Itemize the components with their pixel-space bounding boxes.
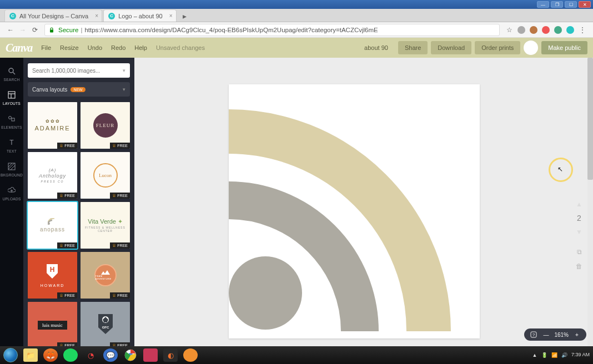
help-icon[interactable]: ? <box>530 331 537 338</box>
taskbar-firefox-icon[interactable]: 🦊 <box>43 348 58 362</box>
extension-icon[interactable] <box>517 26 525 34</box>
rail-elements[interactable]: ELEMENTS <box>0 110 23 134</box>
svg-text:GFC: GFC <box>102 326 109 329</box>
window-close-button[interactable]: ✕ <box>579 1 591 8</box>
close-icon[interactable]: × <box>95 13 98 19</box>
template-thumb[interactable]: {A} Anthology PRESS CO FREE <box>28 152 77 199</box>
undo-button[interactable]: Undo <box>88 44 102 51</box>
rail-search[interactable]: SEARCH <box>0 62 23 86</box>
uploads-icon <box>7 186 16 195</box>
search-input[interactable] <box>28 63 130 78</box>
make-public-button[interactable]: Make public <box>541 41 587 54</box>
page-up-icon[interactable]: ▲ <box>574 199 584 209</box>
document-title[interactable]: about 90 <box>364 44 388 51</box>
share-button[interactable]: Share <box>398 41 428 54</box>
template-thumb[interactable]: H HOWARD FREE <box>28 252 77 299</box>
extension-icons <box>515 26 576 34</box>
rail-text[interactable]: T TEXT <box>0 134 23 158</box>
taskbar-app-icon[interactable]: ◔ <box>83 348 98 362</box>
extension-icon[interactable] <box>542 26 550 34</box>
template-thumb[interactable]: Lucon FREE <box>81 152 130 199</box>
rail-uploads[interactable]: UPLOADS <box>0 181 23 205</box>
taskbar-app-icon[interactable] <box>183 348 198 362</box>
tab-label: All Your Designs – Canva <box>19 13 88 19</box>
zoom-control: ? — 161% + <box>524 328 586 341</box>
window-half-button[interactable]: ❐ <box>551 1 563 8</box>
thumb-title: Lucon <box>93 163 118 188</box>
canvas-area[interactable]: ▲ 2 ▼ ⧉ 🗑 ↖ ? — 161% + <box>134 58 593 346</box>
clock[interactable]: 7:39 AM <box>571 352 590 358</box>
extension-icon[interactable] <box>566 26 574 34</box>
template-thumb[interactable]: luis music FREE <box>28 302 77 346</box>
tray-icon[interactable]: 🔋 <box>541 352 548 358</box>
windows-titlebar: — ❐ ☐ ✕ <box>0 0 593 9</box>
file-menu[interactable]: File <box>41 44 51 51</box>
artboard[interactable] <box>229 84 480 338</box>
new-tab-button[interactable]: ▸ <box>180 12 190 21</box>
template-thumb[interactable]: ✿ ✿ ✿ ADAMIRE FREE <box>28 102 77 149</box>
template-thumb-selected[interactable]: anopass FREE <box>28 202 77 249</box>
search-row: ▾ <box>28 63 130 78</box>
taskbar-app-icon[interactable]: ◐ <box>163 348 178 362</box>
browser-tab[interactable]: C All Your Designs – Canva × <box>4 9 102 22</box>
start-button[interactable] <box>3 348 18 362</box>
zoom-in-button[interactable]: + <box>573 332 581 338</box>
svg-text:?: ? <box>532 332 535 337</box>
url-field[interactable]: Secure | https://www.canva.com/design/DA… <box>44 24 500 36</box>
tray-volume-icon[interactable]: 🔊 <box>561 352 568 358</box>
forward-button[interactable]: → <box>17 24 29 36</box>
taskbar-explorer-icon[interactable]: 📁 <box>23 348 38 362</box>
layouts-panel: ▾ Canva layouts NEW ▾ ✿ ✿ ✿ ADAMIRE FREE… <box>23 58 134 346</box>
star-icon[interactable]: ☆ <box>503 24 515 36</box>
layouts-dropdown[interactable]: Canva layouts NEW ▾ <box>28 82 130 97</box>
canva-topbar: Canva File Resize Undo Redo Help Unsaved… <box>0 38 593 58</box>
canva-logo[interactable]: Canva <box>6 42 32 54</box>
help-menu[interactable]: Help <box>134 44 147 51</box>
rail-background[interactable]: BKGROUND <box>0 158 23 181</box>
logo-dot[interactable] <box>229 256 302 330</box>
layouts-label: Canva layouts <box>32 87 67 93</box>
template-thumb[interactable]: GFC FREE <box>81 302 130 346</box>
tray-up-icon[interactable]: ▲ <box>531 352 538 358</box>
redo-button[interactable]: Redo <box>111 44 125 51</box>
browser-tab-active[interactable]: C Logo – about 90 × <box>103 9 177 22</box>
order-prints-button[interactable]: Order prints <box>475 41 520 54</box>
window-minimize-button[interactable]: — <box>537 1 549 8</box>
extension-icon[interactable] <box>530 26 537 34</box>
chevron-down-icon[interactable]: ▾ <box>123 68 125 73</box>
close-icon[interactable]: × <box>169 13 173 19</box>
taskbar-spotify-icon[interactable] <box>63 348 78 362</box>
taskbar-chrome-icon[interactable] <box>123 348 138 362</box>
back-button[interactable]: ← <box>4 24 17 36</box>
free-badge: FREE <box>57 292 77 299</box>
scrollbar-thumb[interactable] <box>587 58 593 180</box>
thumb-title: TEAM ADVENTURE <box>94 264 117 286</box>
thumb-title: FLEUR <box>93 113 118 138</box>
taskbar-app-icon[interactable]: 💬 <box>103 348 118 362</box>
delete-page-icon[interactable]: 🗑 <box>574 261 584 271</box>
extension-icon[interactable] <box>554 26 562 34</box>
rail-label: LAYOUTS <box>3 102 21 105</box>
template-thumb[interactable]: Vita Verde ✦ FITNESS & WELLNESS CENTER F… <box>81 202 130 249</box>
secure-label: Secure <box>58 27 78 33</box>
free-badge: FREE <box>110 143 130 149</box>
download-button[interactable]: Download <box>431 41 471 54</box>
rail-layouts[interactable]: LAYOUTS <box>0 86 23 110</box>
copy-page-icon[interactable]: ⧉ <box>574 247 584 257</box>
url-text: https://www.canva.com/design/DACg9Clcu_4… <box>84 27 378 33</box>
template-thumb[interactable]: TEAM ADVENTURE FREE <box>81 252 130 299</box>
reload-button[interactable]: ⟳ <box>29 24 41 36</box>
canva-favicon-icon: C <box>108 13 115 19</box>
window-maximize-button[interactable]: ☐ <box>565 1 577 8</box>
avatar[interactable] <box>524 41 538 55</box>
template-thumb[interactable]: FLEUR FREE <box>81 102 130 149</box>
zoom-out-button[interactable]: — <box>542 332 550 338</box>
page-down-icon[interactable]: ▼ <box>574 227 584 237</box>
taskbar-app-icon[interactable] <box>143 348 158 362</box>
tray-icon[interactable]: 📶 <box>551 352 558 358</box>
template-grid: ✿ ✿ ✿ ADAMIRE FREE FLEUR FREE {A} Anthol… <box>28 102 130 346</box>
chevron-down-icon: ▾ <box>123 87 125 92</box>
browser-menu-button[interactable]: ⋮ <box>576 24 589 36</box>
new-badge: NEW <box>71 87 85 92</box>
resize-menu[interactable]: Resize <box>60 44 79 51</box>
